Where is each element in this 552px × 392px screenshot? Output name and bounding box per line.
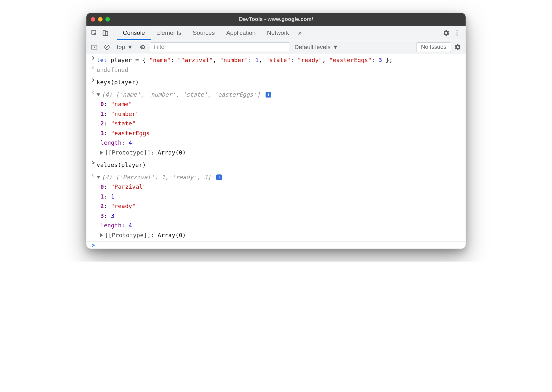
svg-point-3 bbox=[456, 30, 458, 31]
array-length: length: 4 bbox=[86, 138, 466, 148]
input-line[interactable]: values(player) bbox=[86, 160, 466, 170]
svg-point-12 bbox=[92, 175, 93, 175]
array-item: 2: "ready" bbox=[86, 201, 466, 211]
console-message: keys(player) bbox=[86, 76, 466, 89]
tab-console[interactable]: Console bbox=[117, 26, 151, 40]
console-result: (4) ['Parzival', 1, 'ready', 3] i 0: "Pa… bbox=[86, 171, 466, 242]
input-line[interactable]: let player = { "name": "Parzival", "numb… bbox=[86, 55, 466, 65]
sidebar-toggle-icon[interactable] bbox=[89, 42, 100, 53]
clear-console-icon[interactable] bbox=[102, 42, 112, 53]
info-badge-icon[interactable]: i bbox=[216, 174, 222, 180]
chevron-down-icon: ▼ bbox=[332, 44, 338, 51]
output-summary[interactable]: (4) ['Parzival', 1, 'ready', 3] i bbox=[86, 173, 466, 182]
main-tabs: Console Elements Sources Application Net… bbox=[86, 26, 466, 40]
disclosure-right-icon[interactable] bbox=[100, 233, 103, 237]
code-text: values(player) bbox=[97, 160, 466, 170]
issues-button[interactable]: No Issues bbox=[416, 42, 451, 52]
context-selector[interactable]: top ▼ bbox=[114, 43, 135, 51]
prompt-chevron-icon bbox=[90, 243, 97, 247]
minimize-window-button[interactable] bbox=[98, 17, 103, 22]
array-item: 0: "name" bbox=[86, 99, 466, 109]
levels-label: Default levels bbox=[294, 44, 330, 51]
zoom-window-button[interactable] bbox=[105, 17, 110, 22]
array-prototype[interactable]: [[Prototype]]: Array(0) bbox=[86, 148, 466, 158]
live-expression-icon[interactable] bbox=[137, 42, 148, 53]
tab-network[interactable]: Network bbox=[261, 26, 295, 40]
info-badge-icon[interactable]: i bbox=[266, 92, 271, 98]
output-line: undefined bbox=[86, 65, 466, 75]
array-item: 0: "Parzival" bbox=[86, 182, 466, 192]
svg-point-5 bbox=[456, 34, 458, 35]
svg-rect-2 bbox=[105, 31, 108, 35]
output-chevron-icon bbox=[90, 173, 97, 177]
console-message: values(player) bbox=[86, 159, 466, 171]
array-item: 3: 3 bbox=[86, 211, 466, 221]
disclosure-down-icon[interactable] bbox=[97, 93, 100, 96]
chevron-down-icon: ▼ bbox=[127, 44, 133, 51]
settings-icon[interactable] bbox=[441, 28, 452, 38]
svg-point-9 bbox=[142, 47, 143, 48]
disclosure-right-icon[interactable] bbox=[100, 151, 103, 155]
array-summary: (4) ['name', 'number', 'state', 'easterE… bbox=[97, 90, 466, 100]
separator bbox=[114, 28, 114, 37]
console-prompt[interactable] bbox=[86, 242, 466, 249]
console-result: (4) ['name', 'number', 'state', 'easterE… bbox=[86, 89, 466, 159]
console-settings-icon[interactable] bbox=[452, 42, 463, 53]
output-summary[interactable]: (4) ['name', 'number', 'state', 'easterE… bbox=[86, 90, 466, 100]
input-chevron-icon bbox=[90, 78, 97, 82]
output-chevron-icon bbox=[90, 90, 97, 94]
input-line[interactable]: keys(player) bbox=[86, 78, 466, 87]
disclosure-down-icon[interactable] bbox=[97, 176, 100, 179]
array-summary: (4) ['Parzival', 1, 'ready', 3] i bbox=[97, 173, 466, 182]
console-toolbar: top ▼ Default levels ▼ No Issues bbox=[86, 40, 466, 54]
code-text: let player = { "name": "Parzival", "numb… bbox=[97, 55, 466, 65]
log-levels-selector[interactable]: Default levels ▼ bbox=[291, 44, 342, 51]
filter-input[interactable] bbox=[150, 42, 289, 52]
svg-point-4 bbox=[456, 32, 458, 34]
kebab-menu-icon[interactable] bbox=[452, 28, 462, 38]
device-toolbar-icon[interactable] bbox=[100, 28, 110, 38]
input-chevron-icon bbox=[90, 55, 97, 60]
svg-line-8 bbox=[105, 46, 108, 48]
devtools-window: DevTools - www.google.com/ Console Eleme… bbox=[86, 13, 466, 249]
window-title: DevTools - www.google.com/ bbox=[86, 16, 466, 22]
result-text: undefined bbox=[97, 65, 466, 75]
svg-point-11 bbox=[92, 92, 93, 93]
array-item: 2: "state" bbox=[86, 119, 466, 129]
console-output: let player = { "name": "Parzival", "numb… bbox=[86, 54, 466, 249]
tab-sources[interactable]: Sources bbox=[187, 26, 221, 40]
input-chevron-icon bbox=[90, 160, 97, 165]
svg-point-10 bbox=[92, 67, 93, 68]
code-text: keys(player) bbox=[97, 78, 466, 87]
traffic-lights bbox=[91, 17, 110, 22]
array-item: 1: "number" bbox=[86, 109, 466, 119]
array-length: length: 4 bbox=[86, 221, 466, 231]
console-message: let player = { "name": "Parzival", "numb… bbox=[86, 54, 466, 76]
context-label: top bbox=[117, 44, 125, 51]
close-window-button[interactable] bbox=[91, 17, 95, 22]
titlebar: DevTools - www.google.com/ bbox=[86, 13, 466, 26]
tab-elements[interactable]: Elements bbox=[151, 26, 187, 40]
inspect-element-icon[interactable] bbox=[89, 28, 100, 38]
array-prototype[interactable]: [[Prototype]]: Array(0) bbox=[86, 231, 466, 240]
array-item: 1: 1 bbox=[86, 192, 466, 202]
more-tabs-button[interactable]: » bbox=[295, 29, 305, 37]
array-item: 3: "easterEggs" bbox=[86, 129, 466, 138]
output-chevron-icon bbox=[90, 65, 97, 70]
tab-application[interactable]: Application bbox=[221, 26, 261, 40]
